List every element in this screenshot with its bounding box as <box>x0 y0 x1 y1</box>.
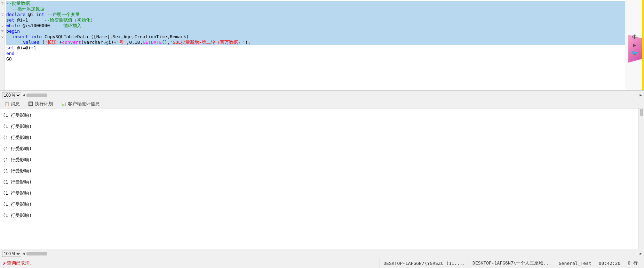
code-editor[interactable]: --批量数据 --循环添加数据 declare @i int --声明一个变量 … <box>5 0 644 90</box>
status-error-text: 查询已取消。 <box>7 260 34 266</box>
editor-wrapper: ▽ ▽ ▽ ▽ ▽ --批量数据 --循环添加数据 declare @i int… <box>0 0 644 90</box>
results-wrapper: 📋 消息 🔲 执行计划 📊 客户端统计信息 (1 行受影响) (1 行受影响) … <box>0 99 644 258</box>
results-zoom-bar: 100 % 75 % 150 % ◀ ▶ <box>0 249 644 258</box>
status-server: DESKTOP-1AFG6N7\YGRSZC (11.... <box>380 258 469 268</box>
tab-messages[interactable]: 📋 消息 <box>3 100 21 108</box>
editor-scroll-left[interactable]: ◀ <box>23 93 25 97</box>
result-row-8: (1 行受影响) <box>3 188 636 199</box>
collapse-btn-10 <box>0 51 5 56</box>
status-rows: 0 行 <box>624 258 641 268</box>
code-line-2: --循环添加数据 <box>6 6 643 12</box>
execution-plan-icon: 🔲 <box>28 101 33 106</box>
collapse-btn-11 <box>0 56 5 62</box>
deco-panel: 中 ▶ 🐦 <box>625 0 644 90</box>
deco-bird-icon: 🐦 <box>631 50 638 56</box>
code-fn-getdate: GETDATE <box>143 40 162 45</box>
code-kw-set2: set <box>6 45 14 51</box>
code-line-1: --批量数据 <box>6 1 643 6</box>
result-row-2: (1 行受影响) <box>3 121 636 132</box>
result-row-5: (1 行受影响) <box>3 154 636 165</box>
code-line-9: set @i=@i+1 <box>6 45 643 51</box>
code-text-3b: --声明一个变量 <box>45 12 80 17</box>
code-text-9: @i=@i+1 <box>14 45 36 51</box>
code-text-4a: @i=1 <box>14 17 44 23</box>
code-str-3: 'SQL批量新增-第二轮（百万数据）' <box>170 40 245 45</box>
code-str-2: '号' <box>117 40 127 45</box>
tab-messages-label: 消息 <box>11 101 20 107</box>
tab-client-stats-label: 客户端统计信息 <box>68 101 100 107</box>
code-text-go: GO <box>6 56 12 62</box>
code-text-4b: --给变量赋值（初始化） <box>45 17 95 23</box>
error-icon: ✗ <box>3 260 6 266</box>
results-scrollbar[interactable] <box>638 108 644 249</box>
collapse-btn-6[interactable]: ▽ <box>0 29 5 34</box>
code-line-8: values ( '长江' + convert (varchar,@i)+ '号… <box>6 40 643 45</box>
code-text-1: --批量数据 <box>6 1 30 6</box>
result-row-9: (1 行受影响) <box>3 199 636 210</box>
results-area[interactable]: (1 行受影响) (1 行受影响) (1 行受影响) (1 行受影响) (1 行… <box>0 108 638 249</box>
yellow-scroll-bar <box>642 0 644 90</box>
collapse-btn-3[interactable]: ▽ <box>0 12 5 17</box>
code-kw-insert: insert into <box>12 34 42 40</box>
collapse-btn-9 <box>0 45 5 51</box>
results-zoom-select[interactable]: 100 % 75 % 150 % <box>2 251 21 257</box>
tab-execution-plan-label: 执行计划 <box>35 101 53 107</box>
code-line-11: GO <box>6 56 643 62</box>
collapse-btn-8 <box>0 40 5 45</box>
result-row-1: (1 行受影响) <box>3 110 636 121</box>
code-text-5b: --循环插入 <box>58 23 82 29</box>
status-connection: DESKTOP-1AFG6N7\一个人三座城... <box>469 258 555 268</box>
code-kw-int: int <box>36 12 44 17</box>
code-line-10: end <box>6 51 643 56</box>
editor-zoom-select[interactable]: 100 % 75 % 150 % <box>2 92 21 98</box>
code-line-3: declare @i int --声明一个变量 <box>6 12 643 17</box>
results-body: (1 行受影响) (1 行受影响) (1 行受影响) (1 行受影响) (1 行… <box>0 108 644 249</box>
status-bar: ✗ 查询已取消。 DESKTOP-1AFG6N7\YGRSZC (11.... … <box>0 258 644 268</box>
code-kw-end: end <box>6 51 14 56</box>
code-line-5: while @i<1000000 --循环插入 <box>6 23 643 29</box>
code-text-8e: (), <box>162 40 170 45</box>
code-line-7: insert into CopySQLTableData ([Name],Sex… <box>6 34 643 40</box>
collapse-btn-4 <box>0 17 5 23</box>
editor-zoom-bar: 100 % 75 % 150 % ◀ ▶ <box>0 90 644 99</box>
deco-arrow: ▶ <box>633 42 636 48</box>
tab-client-stats[interactable]: 📊 客户端统计信息 <box>60 100 101 108</box>
code-text-8a: ( <box>39 40 45 45</box>
code-text-8d: ,0,18, <box>126 40 143 45</box>
editor-scroll-right[interactable]: ▶ <box>639 93 642 97</box>
status-database: General_Test <box>555 258 595 268</box>
results-scroll-right[interactable]: ▶ <box>639 251 642 256</box>
code-text-5a: @i<1000000 <box>20 23 58 29</box>
result-row-7: (1 行受影响) <box>3 177 636 188</box>
status-time: 00:42:20 <box>595 258 624 268</box>
result-row-3: (1 行受影响) <box>3 132 636 143</box>
code-fn-convert: convert <box>62 40 81 45</box>
code-line-6: begin <box>6 29 643 34</box>
code-kw-begin: begin <box>6 29 20 34</box>
code-text-8b: + <box>59 40 62 45</box>
messages-icon: 📋 <box>4 101 9 106</box>
code-kw-declare: declare <box>6 12 25 17</box>
collapse-gutter: ▽ ▽ ▽ ▽ ▽ <box>0 0 5 90</box>
collapse-btn-7[interactable]: ▽ <box>0 34 5 40</box>
result-row-6: (1 行受影响) <box>3 165 636 177</box>
code-line-4: set @i=1 --给变量赋值（初始化） <box>6 17 643 23</box>
code-str-1: '长江' <box>45 40 59 45</box>
code-text-8f: ); <box>245 40 251 45</box>
collapse-btn-1[interactable]: ▽ <box>0 1 5 6</box>
code-text-8c: (varchar,@i)+ <box>81 40 117 45</box>
result-row-4: (1 行受影响) <box>3 143 636 154</box>
code-kw-values: values <box>23 40 39 45</box>
result-row-10: (1 行受影响) <box>3 210 636 221</box>
tab-execution-plan[interactable]: 🔲 执行计划 <box>27 100 54 108</box>
code-text-7: CopySQLTableData ([Name],Sex,Age,Creatio… <box>42 34 189 40</box>
deco-label: 中 <box>632 34 637 40</box>
code-text-2: --循环添加数据 <box>12 6 45 12</box>
results-scroll-left[interactable]: ◀ <box>23 251 25 256</box>
code-kw-set1: set <box>6 17 14 23</box>
collapse-btn-5[interactable]: ▽ <box>0 23 5 29</box>
collapse-btn-2 <box>0 6 5 12</box>
code-kw-while: while <box>6 23 20 29</box>
status-right: DESKTOP-1AFG6N7\YGRSZC (11.... DESKTOP-1… <box>380 258 641 268</box>
code-text-3a: @i <box>25 12 36 17</box>
